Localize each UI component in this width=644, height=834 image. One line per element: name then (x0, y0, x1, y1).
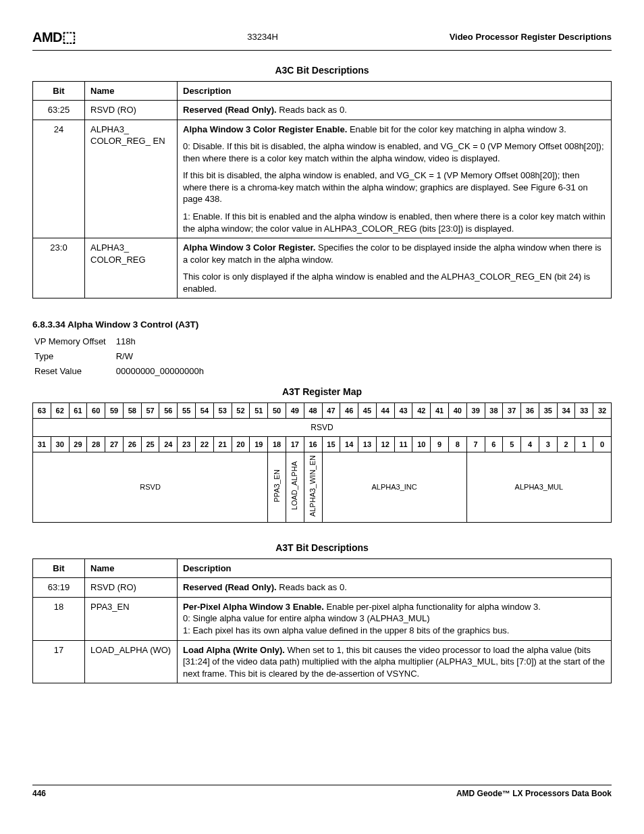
col-name: Name (85, 558, 178, 578)
page-header: AMD⬚ 33234H Video Processor Register Des… (32, 27, 612, 51)
table-row: 23:0 ALPHA3_ COLOR_REG Alpha Window 3 Co… (33, 238, 612, 298)
footer-title: AMD Geode™ LX Processors Data Book (456, 788, 612, 799)
page-footer: 446 AMD Geode™ LX Processors Data Book (32, 785, 612, 799)
bit-row-low: 3130292827262524 2322212019181716 151413… (33, 436, 612, 452)
bit-row-high: 6362616059585756 5554535251504948 474645… (33, 402, 612, 418)
col-bit: Bit (33, 558, 85, 578)
col-desc: Description (178, 558, 612, 578)
field-row-high: RSVD (33, 418, 612, 436)
table-row: 17 LOAD_ALPHA (WO) Load Alpha (Write Onl… (33, 640, 612, 683)
doc-code: 33234H (247, 31, 278, 43)
page-number: 446 (32, 788, 46, 799)
field-row-low: RSVD PPA3_EN LOAD_ALPHA ALPHA3_WIN_EN AL… (33, 452, 612, 522)
a3t-bit-descriptions-table: Bit Name Description 63:19 RSVD (RO) Res… (32, 558, 612, 683)
a3c-bit-descriptions-table: Bit Name Description 63:25 RSVD (RO) Res… (32, 81, 612, 299)
a3t-section-heading: 6.8.3.34 Alpha Window 3 Control (A3T) (32, 319, 612, 331)
a3t-table-title: A3T Bit Descriptions (32, 542, 612, 554)
amd-logo: AMD⬚ (32, 27, 76, 47)
table-row: 63:25 RSVD (RO) Reserved (Read Only). Re… (33, 101, 612, 120)
a3t-register-map: 6362616059585756 5554535251504948 474645… (32, 402, 612, 523)
col-desc: Description (178, 81, 612, 101)
table-row: 24 ALPHA3_ COLOR_REG_ EN Alpha Window 3 … (33, 120, 612, 238)
doc-section-title: Video Processor Register Descriptions (450, 31, 612, 43)
table-row: 63:19 RSVD (RO) Reserved (Read Only). Re… (33, 578, 612, 598)
a3t-regmap-title: A3T Register Map (32, 386, 612, 398)
col-name: Name (85, 81, 178, 101)
a3t-meta: VP Memory Offset118h TypeR/W Reset Value… (32, 334, 213, 379)
a3c-table-title: A3C Bit Descriptions (32, 64, 612, 77)
col-bit: Bit (33, 81, 85, 101)
table-row: 18 PPA3_EN Per-Pixel Alpha Window 3 Enab… (33, 597, 612, 640)
